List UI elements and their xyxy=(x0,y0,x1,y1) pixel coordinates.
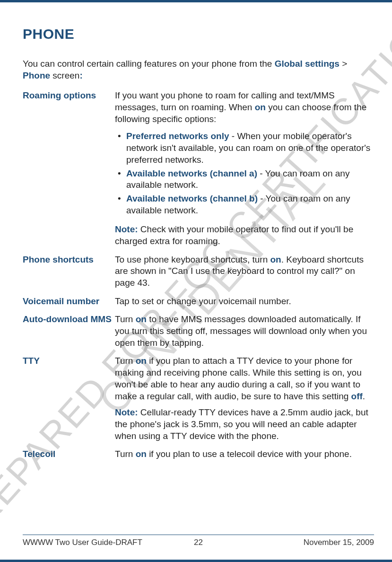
intro-colon: : xyxy=(79,70,82,80)
intro-pre: You can control certain calling features… xyxy=(23,59,275,69)
row-telecoil: Telecoil Turn on if you plan to use a te… xyxy=(23,448,374,460)
mms-post: to have MMS messages downloaded automati… xyxy=(115,314,367,347)
shortcuts-text: To use phone keyboard shortcuts, turn on… xyxy=(115,254,374,289)
intro-paragraph: You can control certain calling features… xyxy=(23,58,374,81)
footer-left: WWWW Two User Guide-DRAFT xyxy=(23,538,142,547)
telecoil-on: on xyxy=(136,449,147,459)
row-mms: Auto-download MMS Turn on to have MMS me… xyxy=(23,314,374,349)
tty-post: . xyxy=(363,391,365,401)
page-footer: WWWW Two User Guide-DRAFT 22 November 15… xyxy=(23,535,374,547)
row-tty: TTY Turn on if you plan to attach a TTY … xyxy=(23,355,374,442)
telecoil-text: Turn on if you plan to use a telecoil de… xyxy=(115,448,374,460)
def-voicemail: Tap to set or change your voicemail numb… xyxy=(115,296,374,307)
def-roaming: If you want you phone to roam for callin… xyxy=(115,90,374,247)
telecoil-post: if you plan to use a telecoil device wit… xyxy=(147,449,352,459)
roaming-item-label: Available networks (channel b) xyxy=(126,193,258,203)
term-voicemail: Voicemail number xyxy=(23,296,115,307)
tty-note: Note: Cellular-ready TTY devices have a … xyxy=(115,407,374,442)
note-text: Cellular-ready TTY devices have a 2.5mm … xyxy=(115,407,368,440)
intro-post: screen xyxy=(50,70,79,80)
tty-off: off xyxy=(351,391,363,401)
note-text: Check with your mobile operator to find … xyxy=(115,224,353,246)
row-shortcuts: Phone shortcuts To use phone keyboard sh… xyxy=(23,254,374,289)
def-mms: Turn on to have MMS messages downloaded … xyxy=(115,314,374,349)
list-item: Available networks (channel b) - You can… xyxy=(115,193,374,216)
intro-mid: > xyxy=(340,59,347,69)
list-item: Available networks (channel a) - You can… xyxy=(115,168,374,191)
roaming-on: on xyxy=(255,102,266,112)
def-tty: Turn on if you plan to attach a TTY devi… xyxy=(115,355,374,442)
roaming-list: Preferred networks only - When your mobi… xyxy=(115,131,374,218)
telecoil-pre: Turn xyxy=(115,449,136,459)
roaming-item-label: Preferred networks only xyxy=(126,131,229,141)
row-voicemail: Voicemail number Tap to set or change yo… xyxy=(23,296,374,307)
voicemail-text: Tap to set or change your voicemail numb… xyxy=(115,296,374,307)
shortcuts-pre: To use phone keyboard shortcuts, turn xyxy=(115,255,270,264)
mms-pre: Turn xyxy=(115,314,136,324)
tty-mid: if you plan to attach a TTY device to yo… xyxy=(115,356,362,401)
roaming-item-label: Available networks (channel a) xyxy=(126,168,257,178)
link-phone: Phone xyxy=(23,70,50,80)
def-telecoil: Turn on if you plan to use a telecoil de… xyxy=(115,448,374,460)
mms-text: Turn on to have MMS messages downloaded … xyxy=(115,314,374,349)
note-label: Note: xyxy=(115,224,138,234)
def-shortcuts: To use phone keyboard shortcuts, turn on… xyxy=(115,254,374,289)
term-roaming: Roaming options xyxy=(23,90,115,102)
note-label: Note: xyxy=(115,407,138,417)
row-roaming: Roaming options If you want you phone to… xyxy=(23,90,374,247)
term-tty: TTY xyxy=(23,355,115,367)
tty-pre: Turn xyxy=(115,356,136,366)
tty-on: on xyxy=(136,356,147,366)
term-telecoil: Telecoil xyxy=(23,448,115,460)
term-shortcuts: Phone shortcuts xyxy=(23,254,115,266)
term-mms: Auto-download MMS xyxy=(23,314,115,325)
page-heading: PHONE xyxy=(23,26,374,42)
mms-on: on xyxy=(136,314,147,324)
shortcuts-on: on xyxy=(270,255,281,264)
roaming-lead: If you want you phone to roam for callin… xyxy=(115,90,374,125)
roaming-note: Note: Check with your mobile operator to… xyxy=(115,224,374,247)
list-item: Preferred networks only - When your mobi… xyxy=(115,131,374,166)
tty-p1: Turn on if you plan to attach a TTY devi… xyxy=(115,355,374,402)
footer-page-number: 22 xyxy=(194,538,203,547)
footer-right: November 15, 2009 xyxy=(304,538,374,547)
link-global-settings: Global settings xyxy=(275,59,340,69)
definition-list: Roaming options If you want you phone to… xyxy=(23,90,374,460)
